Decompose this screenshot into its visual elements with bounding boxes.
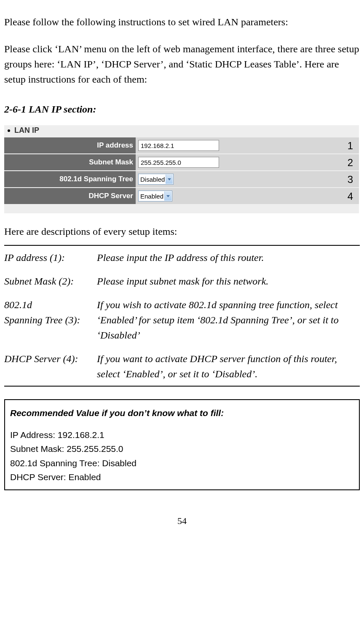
descriptions-intro: Here are descriptions of every setup ite… (4, 226, 360, 237)
table-row: Subnet Mask (2): Please input subnet mas… (4, 269, 360, 293)
intro-paragraph-2: Please click ‘LAN’ menu on the left of w… (4, 41, 360, 87)
section-heading: 2-6-1 LAN IP section: (4, 104, 360, 115)
desc-label: IP address (1): (4, 246, 97, 269)
select-value: Enabled (140, 193, 163, 200)
page-number: 54 (4, 516, 360, 527)
spanning-tree-select[interactable]: Disabled (138, 174, 174, 185)
recommended-line: IP Address: 192.168.2.1 (10, 428, 354, 442)
desc-text: Please input subnet mask for this networ… (97, 269, 360, 293)
field-value-cell: 2 (136, 154, 359, 171)
lan-ip-screenshot: LAN IP IP address 1 Subnet Mask 2 802.1d… (4, 125, 359, 213)
recommended-line: 802.1d Spanning Tree: Disabled (10, 456, 354, 470)
dhcp-server-select[interactable]: Enabled (138, 191, 172, 202)
recommended-title: Recommended Value if you don’t know what… (10, 406, 354, 420)
recommended-line: DHCP Server: Enabled (10, 470, 354, 484)
field-label-spanning-tree: 802.1d Spanning Tree (4, 171, 136, 188)
field-value-cell: Disabled 3 (136, 171, 359, 188)
callout-number-4: 4 (348, 191, 353, 202)
desc-text: If you want to activate DHCP server func… (97, 347, 360, 386)
lan-ip-panel-header: LAN IP (4, 125, 359, 137)
desc-label: Subnet Mask (2): (4, 269, 97, 293)
config-table: IP address 1 Subnet Mask 2 802.1d Spanni… (4, 137, 359, 205)
bullet-icon (8, 129, 10, 132)
table-row: 802.1d Spanning Tree Disabled 3 (4, 171, 359, 188)
chevron-down-icon (164, 191, 171, 201)
callout-number-1: 1 (348, 140, 353, 152)
desc-label: 802.1d Spanning Tree (3): (4, 293, 97, 347)
ip-address-input[interactable] (138, 140, 219, 151)
chevron-down-icon (166, 175, 173, 184)
table-row: 802.1d Spanning Tree (3): If you wish to… (4, 293, 360, 347)
descriptions-table: IP address (1): Please input the IP addr… (4, 246, 360, 386)
desc-label: DHCP Server (4): (4, 347, 97, 386)
callout-number-3: 3 (348, 174, 353, 185)
field-label-dhcp-server: DHCP Server (4, 188, 136, 204)
recommended-line: Subnet Mask: 255.255.255.0 (10, 442, 354, 456)
desc-text: If you wish to activate 802.1d spanning … (97, 293, 360, 347)
table-row: IP address 1 (4, 137, 359, 154)
callout-number-2: 2 (348, 157, 353, 169)
field-label-subnet-mask: Subnet Mask (4, 154, 136, 171)
field-value-cell: 1 (136, 137, 359, 154)
field-value-cell: Enabled 4 (136, 188, 359, 204)
table-row: DHCP Server Enabled 4 (4, 188, 359, 204)
divider-bottom (4, 386, 360, 387)
table-row: DHCP Server (4): If you want to activate… (4, 347, 360, 386)
desc-text: Please input the IP address of this rout… (97, 246, 360, 269)
recommended-box: Recommended Value if you don’t know what… (4, 399, 360, 490)
intro-paragraph-1: Please follow the following instructions… (4, 14, 360, 30)
table-row: Subnet Mask 2 (4, 154, 359, 171)
table-row: IP address (1): Please input the IP addr… (4, 246, 360, 269)
select-value: Disabled (140, 176, 165, 183)
field-label-ip-address: IP address (4, 137, 136, 154)
subnet-mask-input[interactable] (138, 157, 219, 168)
lan-ip-title: LAN IP (14, 126, 39, 135)
